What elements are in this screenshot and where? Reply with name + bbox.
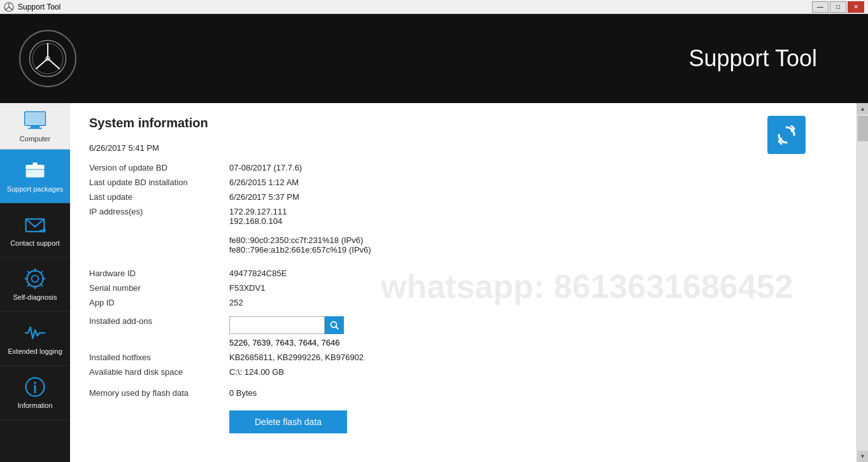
sidebar-item-information-label: Information xyxy=(17,402,52,409)
label-version-update-bd: Version of update BD xyxy=(89,163,229,172)
label-last-update: Last update xyxy=(89,192,229,202)
svg-rect-12 xyxy=(28,128,42,129)
refresh-button[interactable] xyxy=(767,116,806,154)
value-app-id: 252 xyxy=(229,298,243,307)
delete-flash-button[interactable]: Delete flash data xyxy=(229,410,347,433)
info-row-disk-space: Available hard disk space C:\: 124.00 GB xyxy=(89,365,837,379)
sidebar-item-support-packages-label: Support packages xyxy=(7,185,64,193)
svg-rect-16 xyxy=(32,162,37,165)
close-button[interactable]: ✕ xyxy=(848,1,864,13)
info-row-last-update-bd: Last update BD installation 6/26/2015 1:… xyxy=(89,175,837,190)
value-disk-space: C:\: 124.00 GB xyxy=(229,367,284,377)
search-row xyxy=(229,316,344,334)
sidebar-item-contact-support-label: Contact support xyxy=(10,239,60,247)
sidebar-item-extended-logging[interactable]: Extended logging xyxy=(0,312,70,366)
info-row-hardware-id: Hardware ID 49477824C85E xyxy=(89,266,837,281)
svg-line-7 xyxy=(36,59,48,69)
value-serial-number: F53XDV1 xyxy=(229,283,265,293)
sidebar-item-computer-label: Computer xyxy=(20,135,50,143)
svg-rect-11 xyxy=(31,125,39,128)
app-title: Support Tool xyxy=(689,45,817,72)
value-ip: 172.29.127.111 192.168.0.104 fe80::90c0:… xyxy=(229,207,371,255)
addon-search-container: 5226, 7639, 7643, 7644, 7646 xyxy=(229,316,344,347)
sidebar-item-information[interactable]: Information xyxy=(0,366,70,420)
info-row-version-update-bd: Version of update BD 07-08/2017 (17.7.6) xyxy=(89,160,837,175)
value-hardware-id: 49477824C85E xyxy=(229,269,287,278)
sidebar-item-extended-logging-label: Extended logging xyxy=(8,347,62,355)
extended-logging-icon xyxy=(22,322,48,344)
info-table: Version of update BD 07-08/2017 (17.7.6)… xyxy=(89,160,837,436)
label-serial-number: Serial number xyxy=(89,283,229,293)
information-icon xyxy=(22,376,48,398)
value-last-update-bd: 6/26/2015 1:12 AM xyxy=(229,178,299,187)
svg-line-3 xyxy=(9,7,13,10)
title-bar: Support Tool — □ ✕ xyxy=(0,0,868,14)
svg-line-34 xyxy=(336,327,339,330)
search-input[interactable] xyxy=(229,316,325,334)
app-header: Support Tool xyxy=(0,14,868,103)
info-row-serial-number: Serial number F53XDV1 xyxy=(89,281,837,295)
value-version-update-bd: 07-08/2017 (17.7.6) xyxy=(229,163,302,172)
timestamp: 6/26/2017 5:41 PM xyxy=(89,143,837,153)
sidebar-item-self-diagnosis[interactable]: Self-diagnosis xyxy=(0,258,70,312)
sidebar-item-self-diagnosis-label: Self-diagnosis xyxy=(13,293,57,301)
scrollbar: ▲ ▼ xyxy=(857,103,868,462)
svg-rect-13 xyxy=(26,113,45,124)
sidebar-item-contact-support[interactable]: Contact support xyxy=(0,204,70,258)
support-packages-icon xyxy=(22,160,48,181)
label-app-id: App ID xyxy=(89,298,229,307)
delete-flash-row: Delete flash data xyxy=(89,403,837,436)
label-disk-space: Available hard disk space xyxy=(89,367,229,377)
minimize-button[interactable]: — xyxy=(812,1,829,13)
search-button[interactable] xyxy=(325,316,344,334)
self-diagnosis-icon xyxy=(22,268,48,290)
svg-line-2 xyxy=(5,7,9,10)
maximize-button[interactable]: □ xyxy=(830,1,846,13)
main-layout: Computer Support packages xyxy=(0,103,868,462)
value-hotfixes: KB2685811, KB2999226, KB976902 xyxy=(229,353,364,362)
sidebar-item-computer[interactable]: Computer xyxy=(0,103,70,150)
info-row-flash-memory: Memory used by flash data 0 Bytes xyxy=(89,386,837,400)
title-bar-text: Support Tool xyxy=(18,3,812,11)
svg-point-32 xyxy=(34,382,36,384)
label-addons: Installed add-ons xyxy=(89,316,229,326)
label-hardware-id: Hardware ID xyxy=(89,269,229,278)
value-last-update: 6/26/2017 5:37 PM xyxy=(229,192,299,202)
value-addons: 5226, 7639, 7643, 7644, 7646 xyxy=(229,338,344,347)
contact-support-icon xyxy=(22,214,48,235)
info-row-hotfixes: Installed hotfixes KB2685811, KB2999226,… xyxy=(89,350,837,365)
sidebar: Computer Support packages xyxy=(0,103,70,462)
sidebar-item-support-packages[interactable]: Support packages xyxy=(0,150,70,204)
scroll-thumb[interactable] xyxy=(858,116,868,141)
content-area: whatsapp: 8613631686452 System informati… xyxy=(70,103,857,462)
info-row-addons: Installed add-ons 5226, 7639, 7643, 7644… xyxy=(89,314,837,350)
svg-point-21 xyxy=(32,276,39,283)
scroll-up-arrow[interactable]: ▲ xyxy=(857,103,869,115)
info-row-app-id: App ID 252 xyxy=(89,295,837,310)
label-last-update-bd: Last update BD installation xyxy=(89,178,229,187)
window-controls: — □ ✕ xyxy=(812,1,864,13)
svg-line-8 xyxy=(48,59,60,69)
info-row-last-update: Last update 6/26/2017 5:37 PM xyxy=(89,190,837,204)
info-row-ip: IP address(es) 172.29.127.111 192.168.0.… xyxy=(89,204,837,257)
label-flash-memory: Memory used by flash data xyxy=(89,388,229,398)
page-title: System information xyxy=(89,116,837,130)
mercedes-logo xyxy=(19,30,76,87)
app-icon xyxy=(4,2,14,12)
scroll-down-arrow[interactable]: ▼ xyxy=(857,451,869,462)
label-hotfixes: Installed hotfixes xyxy=(89,353,229,362)
label-ip: IP address(es) xyxy=(89,207,229,216)
value-flash-memory: 0 Bytes xyxy=(229,388,257,398)
